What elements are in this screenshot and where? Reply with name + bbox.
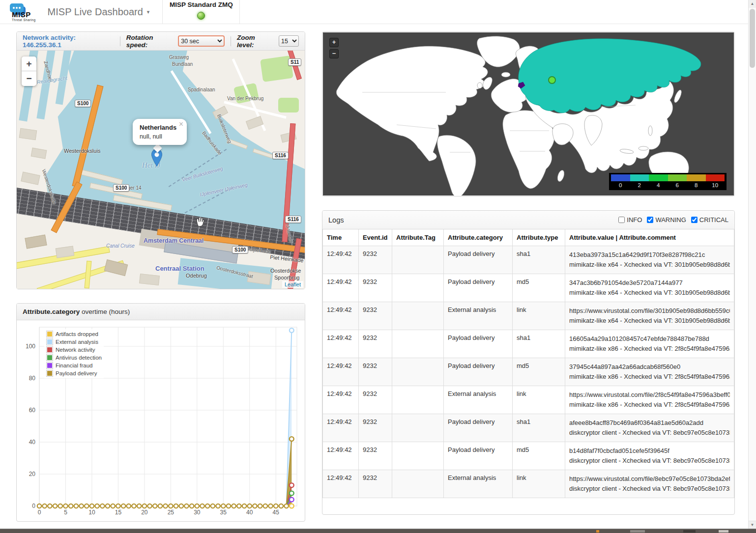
data-point (69, 504, 73, 508)
world-zoom-out-button[interactable]: − (329, 49, 339, 58)
attribute-comment: mimikatz-like x64 - Xchecked via VT: 301… (569, 316, 730, 326)
country-iceland (501, 72, 510, 77)
data-point (221, 504, 225, 508)
map-park (278, 98, 299, 112)
log-filter-info[interactable]: INFO (618, 216, 642, 224)
colorbar-ticks: 0246810 (611, 181, 725, 189)
taskbar-speck (596, 530, 599, 533)
leaflet-map[interactable]: × Netherlands null, null + − Leaflet Zan… (17, 51, 305, 289)
world-activity-marker (549, 77, 555, 84)
scrollbar-thumb[interactable] (750, 9, 755, 68)
data-point (211, 504, 215, 508)
table-cell: link (513, 470, 565, 498)
popup-title: Netherlands (140, 124, 180, 131)
table-cell: Payload delivery (444, 358, 513, 386)
world-map-panel: + − 0246810 (322, 31, 735, 196)
y-tick-label: 20 (29, 471, 36, 477)
data-point (205, 504, 209, 508)
logs-table-head: TimeEvent.idAttribute.TagAttribute.categ… (323, 229, 734, 246)
table-cell (392, 470, 444, 498)
map-label: Odebrug (186, 273, 207, 279)
map-label: Spadinalaan (188, 87, 215, 92)
y-tick-label: 80 (29, 375, 36, 382)
data-point-final (290, 328, 294, 333)
colorbar-cells (611, 174, 725, 181)
taskbar-speck (630, 530, 645, 533)
road-badge: S100 (232, 246, 248, 253)
table-cell (392, 414, 444, 442)
table-row: 12:49:429232Payload deliverysha1413eba39… (323, 246, 734, 274)
log-filter-checkbox[interactable] (691, 217, 698, 223)
misp-logo[interactable]: MISP Threat Sharing (0, 0, 41, 24)
header-divider-2 (231, 36, 231, 46)
colorbar-cell (668, 174, 687, 181)
table-row: 12:49:429232Payload deliverymd5347ac3b6b… (323, 274, 734, 302)
legend-label: Financial fraud (56, 363, 92, 368)
data-point (237, 504, 241, 508)
table-cell: 12:49:42 (323, 358, 359, 386)
map-attribution: Leaflet (282, 281, 303, 288)
hand-cursor-icon (195, 217, 204, 227)
table-cell: 9232 (359, 274, 392, 302)
dashboard-title-dropdown[interactable]: MISP Live Dashboard ▾ (41, 0, 163, 24)
series-line (39, 439, 291, 506)
table-row: 12:49:429232Payload deliverymd5b14d8faf7… (323, 442, 734, 470)
country-ireland (477, 83, 482, 88)
zoom-out-button[interactable]: − (22, 71, 36, 86)
data-point-final (290, 491, 294, 496)
zmq-status-icon (197, 12, 205, 20)
zmq-status-block: MISP Standard ZMQ (163, 0, 240, 24)
logs-panel-header: Logs INFOWARNINGCRITICAL (322, 211, 734, 229)
y-tick-label: 60 (29, 407, 36, 414)
log-filters: INFOWARNINGCRITICAL (613, 216, 728, 224)
scroll-down-arrow[interactable]: ▼ (749, 521, 756, 529)
data-point (268, 504, 272, 508)
table-cell: sha1 (513, 414, 565, 442)
map-zoom-control: + − (22, 56, 36, 86)
legend-swatch (46, 346, 53, 353)
network-activity-panel: Network activity: 146.255.36.1 Rotation … (16, 31, 305, 289)
zoom-level-select[interactable]: 15 (279, 35, 299, 47)
attribute-value: https://www.virustotal.com/file/8ebc97e0… (569, 474, 730, 484)
scroll-up-arrow[interactable]: ▲ (749, 0, 756, 8)
attribute-comment: mimikatz-like x86 - Xchecked via VT: 2f8… (569, 372, 730, 382)
y-tick-label: 0 (32, 503, 35, 509)
log-filter-checkbox[interactable] (618, 217, 625, 223)
map-pier (80, 169, 123, 185)
logs-table: TimeEvent.idAttribute.TagAttribute.categ… (322, 229, 734, 498)
legend-item: External analysis (46, 338, 102, 346)
map-building (139, 274, 160, 285)
zoom-in-button[interactable]: + (22, 56, 36, 71)
data-point (179, 504, 183, 508)
data-point (248, 504, 252, 508)
world-map[interactable] (323, 32, 734, 196)
table-cell: sha1 (513, 330, 565, 358)
map-label: IJpleinveer IJpleinweg (200, 182, 248, 197)
table-row: 12:49:429232Payload deliverymd537945c44a… (323, 358, 734, 386)
map-label: Centraal Station (155, 265, 204, 272)
rotation-speed-select[interactable]: 30 sec (178, 35, 225, 47)
leaflet-link[interactable]: Leaflet (285, 281, 301, 287)
world-zoom-in-button[interactable]: + (329, 38, 339, 47)
network-activity-title: Network activity: 146.255.36.1 (23, 34, 114, 49)
logs-column-header: Event.id (359, 229, 392, 246)
colorbar-tick: 6 (668, 181, 687, 189)
log-filter-warning[interactable]: WARNING (647, 216, 686, 224)
page-scrollbar[interactable]: ▲ ▼ (748, 0, 756, 529)
chart-legend: Artifacts droppedExternal analysisNetwor… (44, 329, 104, 378)
map-label: Van der Pekbrug (227, 96, 263, 101)
taskbar-edge (0, 529, 756, 533)
map-label: Grasweg (169, 55, 189, 60)
legend-item: Network activity (46, 346, 102, 354)
series-line (39, 485, 291, 506)
log-filter-critical[interactable]: CRITICAL (691, 216, 728, 224)
x-tick-label: 10 (88, 509, 95, 516)
close-icon[interactable]: × (179, 121, 183, 128)
x-tick-label: 30 (194, 509, 201, 516)
table-cell: 12:49:42 (323, 330, 359, 358)
log-filter-checkbox[interactable] (647, 217, 653, 223)
header-divider (120, 36, 120, 46)
table-cell (392, 274, 444, 302)
data-point (174, 504, 178, 508)
data-point (195, 504, 199, 508)
